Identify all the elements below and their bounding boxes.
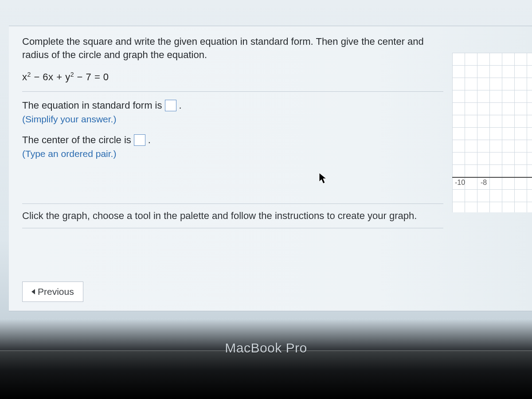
laptop-hinge: MacBook Pro: [0, 350, 532, 399]
center-post: .: [148, 134, 151, 146]
question-column: Complete the square and write the given …: [22, 35, 443, 302]
previous-label: Previous: [38, 286, 74, 297]
standard-form-input[interactable]: [165, 100, 176, 111]
coordinate-grid[interactable]: -10 -8: [452, 53, 532, 212]
previous-button[interactable]: Previous: [22, 282, 83, 302]
standard-form-prompt: The equation in standard form is .: [22, 100, 443, 111]
tick-label-neg10: -10: [455, 179, 465, 187]
instruction-text: Complete the square and write the given …: [22, 35, 443, 61]
equation-display: x2 − 6x + y2 − 7 = 0: [22, 71, 443, 83]
standard-form-post: .: [179, 100, 182, 111]
divider: [22, 91, 443, 92]
triangle-left-icon: [31, 289, 35, 294]
graph-instruction-text: Click the graph, choose a tool in the pa…: [22, 203, 443, 228]
center-pre: The center of the circle is: [22, 134, 131, 146]
standard-form-hint: (Simplify your answer.): [22, 114, 443, 125]
question-panel: Complete the square and write the given …: [9, 26, 532, 311]
center-hint: (Type an ordered pair.): [22, 149, 443, 159]
device-label: MacBook Pro: [225, 340, 307, 356]
graph-column: -10 -8: [452, 35, 532, 302]
x-axis: [452, 177, 532, 178]
tick-label-neg8: -8: [481, 179, 487, 187]
center-prompt: The center of the circle is .: [22, 134, 443, 146]
center-input[interactable]: [134, 134, 145, 146]
standard-form-pre: The equation in standard form is: [22, 100, 162, 111]
